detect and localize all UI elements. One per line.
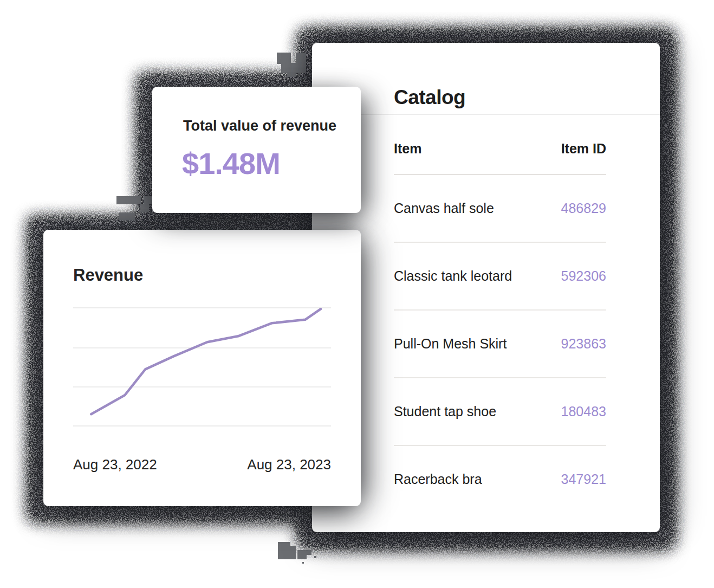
total-revenue-label: Total value of revenue <box>183 116 336 135</box>
catalog-card-title: Catalog <box>394 85 465 110</box>
column-header-item-id: Item ID <box>561 141 606 157</box>
catalog-card: Catalog Item Item ID Canvas half sole 48… <box>312 43 660 532</box>
item-id-cell: 486829 <box>561 201 606 216</box>
item-name-cell: Canvas half sole <box>394 201 494 216</box>
x-axis-start-label: Aug 23, 2022 <box>73 456 157 473</box>
column-header-item: Item <box>394 141 421 157</box>
dashboard-stage: Catalog Item Item ID Canvas half sole 48… <box>0 0 714 588</box>
revenue-chart-title: Revenue <box>73 264 143 286</box>
item-id-cell: 923863 <box>561 336 606 352</box>
revenue-line-series <box>91 309 321 414</box>
table-row[interactable]: Pull-On Mesh Skirt 923863 <box>394 311 606 378</box>
total-revenue-card: Total value of revenue $1.48M <box>152 87 361 213</box>
table-row[interactable]: Classic tank leotard 592306 <box>394 243 606 311</box>
revenue-chart-svg <box>73 307 331 428</box>
item-name-cell: Student tap shoe <box>394 404 496 419</box>
catalog-table-body: Canvas half sole 486829 Classic tank leo… <box>394 175 606 513</box>
item-id-cell: 347921 <box>561 471 606 487</box>
table-row[interactable]: Racerback bra 347921 <box>394 446 606 513</box>
x-axis-labels: Aug 23, 2022 Aug 23, 2023 <box>73 456 331 473</box>
x-axis-end-label: Aug 23, 2023 <box>247 456 331 473</box>
total-revenue-value: $1.48M <box>182 146 280 181</box>
revenue-chart-card: Revenue Aug 23, 2022 Aug 23, 2023 <box>43 230 361 506</box>
item-name-cell: Classic tank leotard <box>394 268 512 284</box>
item-id-cell: 180483 <box>561 404 606 419</box>
item-id-cell: 592306 <box>561 268 606 284</box>
catalog-table: Item Item ID Canvas half sole 486829 Cla… <box>394 114 606 513</box>
item-name-cell: Pull-On Mesh Skirt <box>394 336 507 352</box>
table-row[interactable]: Student tap shoe 180483 <box>394 378 606 446</box>
item-name-cell: Racerback bra <box>394 471 482 487</box>
catalog-table-header-row: Item Item ID <box>394 114 606 175</box>
table-row[interactable]: Canvas half sole 486829 <box>394 175 606 243</box>
